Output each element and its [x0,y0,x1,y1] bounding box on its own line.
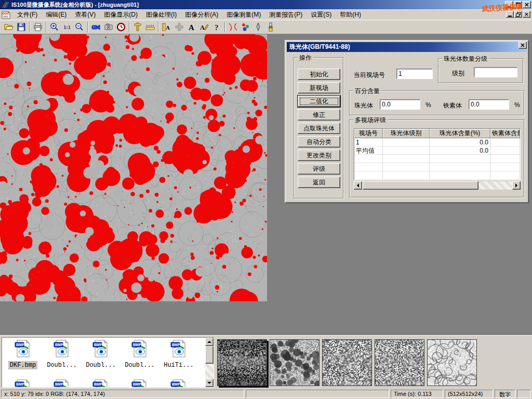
close-button[interactable] [523,1,531,8]
thumbnail-4[interactable] [375,339,424,386]
col-pearlite-content[interactable]: 珠光体含量(%) [430,129,490,138]
file-item[interactable]: BMP Doubl... [82,340,119,369]
file-item[interactable]: BMP [4,379,42,388]
curve-tool-button[interactable] [227,21,240,33]
file-label[interactable]: Doubl... [124,362,156,369]
calibrate-button[interactable]: A [161,21,173,33]
brush-tool-button[interactable] [264,21,277,33]
client-area: 珠光体(GB/T9441-88) 操作 初始化 新视场 二值化 修正 点取珠光体… [0,34,532,335]
file-label[interactable]: HuiTi... [163,362,195,369]
caliper-measure-button[interactable] [131,21,144,33]
move-tool-button[interactable] [173,21,185,33]
maximize-button[interactable] [514,1,522,8]
ferrite-unit: % [514,101,520,109]
timer-button[interactable] [115,21,127,33]
table-row[interactable] [354,171,520,180]
table-row[interactable] [354,163,520,171]
print-button[interactable] [32,21,44,33]
pearlite-dialog: 珠光体(GB/T9441-88) 操作 初始化 新视场 二值化 修正 点取珠光体… [285,40,529,203]
svg-text:BMP: BMP [94,382,102,386]
scroll-left-button[interactable] [354,181,362,190]
pick-pearlite-button[interactable]: 点取珠光体 [298,123,340,134]
mdi-minimize-button[interactable] [506,11,514,18]
file-label[interactable]: Doubl... [46,362,78,369]
initialize-button[interactable]: 初始化 [298,69,340,80]
zoom-in-button[interactable] [48,21,61,33]
open-button[interactable] [3,21,15,33]
auto-classify-button[interactable]: 自动分类 [298,136,340,148]
menu-settings[interactable]: 设置(S) [307,9,336,20]
mdi-restore-button[interactable] [514,11,522,18]
file-item[interactable]: BMP [82,379,119,388]
dialog-close-button[interactable] [518,42,527,49]
file-item[interactable]: BMP [121,379,158,388]
grade-input[interactable] [474,67,517,77]
scroll-right-icon [515,183,520,188]
phase-marker-button[interactable] [240,21,252,33]
table-hscrollbar[interactable] [354,181,521,190]
scroll-right-button[interactable] [512,181,521,190]
zoom-out-button[interactable] [73,21,86,33]
save-button[interactable] [15,21,28,33]
file-item[interactable]: BMP DKF.bmp [4,340,42,369]
scroll-thumb[interactable] [205,346,214,364]
help-button[interactable]: ? [210,21,223,33]
table-row[interactable]: 平均值 0.0 [354,147,520,155]
menu-view[interactable]: 查看(V) [71,9,100,20]
menu-edit[interactable]: 编辑(E) [42,9,71,20]
browser-vscrollbar[interactable] [205,338,214,387]
bmp-file-icon: BMP [131,340,149,357]
menu-help[interactable]: 帮助(H) [336,9,365,20]
scroll-down-button[interactable] [205,379,214,387]
rate-button[interactable]: 评级 [298,163,340,175]
curves-icon [228,22,238,32]
table-row[interactable] [354,155,520,163]
change-class-button[interactable]: 更改类别 [298,150,340,161]
file-item[interactable]: BMP [43,379,81,388]
file-item[interactable]: BMP HuiTi... [160,340,197,369]
current-field-input[interactable] [396,69,433,79]
menu-image-processing[interactable]: 图像处理(I) [142,9,181,20]
thumbnail-2[interactable] [270,339,320,386]
thumbnail-3[interactable] [322,339,372,386]
binarize-button[interactable]: 二值化 [298,96,340,107]
pearlite-input[interactable] [380,99,420,110]
table-row[interactable]: 1 0.0 [354,138,520,147]
annotate-button[interactable]: A [198,21,210,33]
ruler-measure-button[interactable] [144,21,156,33]
status-mode: 数字 [495,390,515,398]
new-field-button[interactable]: 新视场 [298,82,340,94]
correct-button[interactable]: 修正 [298,109,340,121]
file-item[interactable]: BMP [160,379,197,388]
scroll-up-button[interactable] [205,338,214,346]
mdi-close-button[interactable] [523,11,530,18]
col-field-no[interactable]: 视场号 [354,129,383,138]
thumbnail-5[interactable] [427,339,477,386]
minimize-button[interactable] [505,1,513,8]
scroll-thumb[interactable] [363,181,478,190]
file-item[interactable]: BMP Doubl... [121,340,158,369]
dialog-title-bar[interactable]: 珠光体(GB/T9441-88) [287,42,527,52]
status-position: x: 510 y: 79 idx: 0 RGB: (174, 174, 174) [1,390,244,398]
col-pearlite-grade[interactable]: 珠光体级别 [383,129,430,138]
file-item[interactable]: BMP Doubl... [43,340,81,369]
actual-size-button[interactable]: 1:1 [61,21,73,33]
ferrite-input[interactable] [469,99,509,110]
rating-table: 视场号 珠光体级别 珠光体含量(%) 铁素体含量(%) 1 0.0 平均值 [354,128,521,180]
menu-image-analysis[interactable]: 图像分析(A) [181,9,222,20]
menu-file[interactable]: 文件(F) [13,9,42,20]
col-ferrite-content[interactable]: 铁素体含量(%) [490,129,520,138]
menu-report[interactable]: 测量报告(P) [265,9,307,20]
menu-image-display[interactable]: 图像显示(D) [100,9,142,20]
specimen-image[interactable] [0,34,267,301]
file-label[interactable]: Doubl... [85,362,117,369]
photo-capture-button[interactable] [102,21,115,33]
file-label-selected[interactable]: DKF.bmp [9,362,37,369]
return-button[interactable]: 返回 [298,177,340,188]
caliper-icon [133,22,142,32]
text-tool-button[interactable]: A [185,21,198,33]
video-capture-button[interactable] [90,21,102,33]
menu-image-measure[interactable]: 图像测量(M) [222,9,265,20]
thumbnail-1[interactable] [217,339,267,386]
pen-tool-button[interactable] [252,21,264,33]
